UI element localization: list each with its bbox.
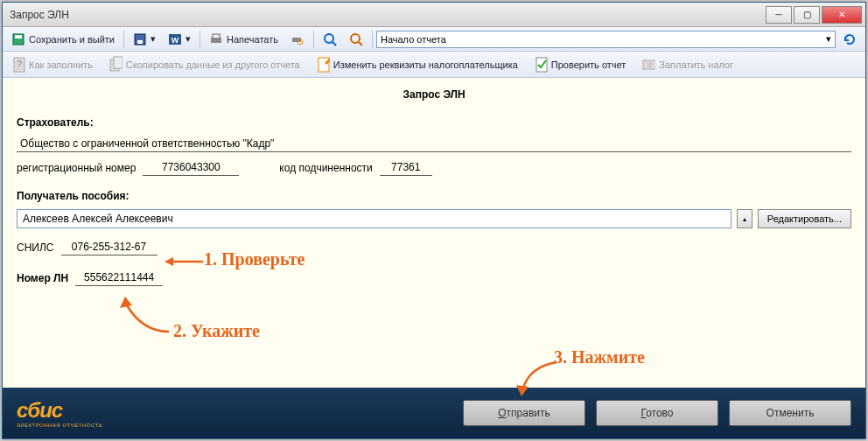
pay-tax-button: Заплатить налог xyxy=(636,54,738,75)
annotation-2: 2. Укажите xyxy=(173,321,260,341)
form-content: Запрос ЭЛН Страхователь: Общество с огра… xyxy=(3,78,865,388)
print-label: Напечатать xyxy=(227,34,278,45)
svg-rect-18 xyxy=(318,58,329,72)
titlebar: Запрос ЭЛН ─ ▢ ✕ xyxy=(3,3,865,27)
svg-marker-23 xyxy=(164,257,173,266)
reg-num-label: регистрационный номер xyxy=(17,162,136,174)
recipient-label: Получатель пособия: xyxy=(17,190,851,202)
svg-point-12 xyxy=(351,34,360,43)
word-icon: W xyxy=(168,32,182,46)
svg-line-13 xyxy=(359,42,362,46)
snils-label: СНИЛС xyxy=(17,242,54,254)
sub-code-field[interactable]: 77361 xyxy=(380,159,432,176)
zoom-out-button[interactable] xyxy=(344,29,368,50)
money-icon xyxy=(641,58,655,72)
svg-point-10 xyxy=(325,34,333,43)
edit-recipient-button[interactable]: Редактировать... xyxy=(758,209,851,228)
reg-num-field[interactable]: 7736043300 xyxy=(143,159,239,176)
save-exit-label: Сохранить и выйти xyxy=(29,34,115,45)
report-section-select[interactable]: Начало отчета ▾ xyxy=(376,31,836,48)
window-title: Запрос ЭЛН xyxy=(10,9,766,21)
svg-text:?: ? xyxy=(17,59,22,69)
snils-field[interactable]: 076-255-312-67 xyxy=(61,239,158,256)
logo-subtitle: ЭЛЕКТРОННАЯ ОТЧЕТНОСТЬ xyxy=(17,423,102,428)
printer-icon xyxy=(209,32,223,46)
arrow-2-icon xyxy=(116,297,173,336)
sub-code-label: код подчиненности xyxy=(279,162,372,174)
svg-rect-3 xyxy=(137,40,143,44)
copy-icon xyxy=(108,58,122,72)
copy-data-label: Скопировать данные из другого отчета xyxy=(126,60,300,70)
disk-button[interactable]: ▾ xyxy=(128,29,161,50)
svg-rect-17 xyxy=(114,57,122,68)
svg-point-21 xyxy=(648,62,653,67)
zoom-in-button[interactable] xyxy=(318,29,342,50)
report-section-label: Начало отчета xyxy=(381,34,446,45)
ln-number-field[interactable]: 555622111444 xyxy=(75,270,163,286)
form-title: Запрос ЭЛН xyxy=(17,88,851,101)
change-requisites-label: Изменить реквизиты налогоплательщика xyxy=(333,60,518,70)
print-button[interactable]: Напечатать xyxy=(204,29,284,50)
check-icon xyxy=(534,58,548,72)
svg-line-11 xyxy=(332,42,336,46)
print-search-icon xyxy=(290,32,304,46)
minimize-button[interactable]: ─ xyxy=(766,6,792,24)
svg-rect-7 xyxy=(213,34,220,38)
save-icon xyxy=(11,32,25,46)
insurer-name-field[interactable]: Общество с ограниченной ответственностью… xyxy=(17,136,851,152)
refresh-icon xyxy=(843,32,857,46)
help-icon: ? xyxy=(11,58,25,72)
floppy-icon xyxy=(133,32,147,46)
zoom-out-icon xyxy=(349,32,363,46)
footer: сбис ЭЛЕКТРОННАЯ ОТЧЕТНОСТЬ Отправить Го… xyxy=(3,388,865,438)
word-button[interactable]: W▾ xyxy=(163,29,196,50)
how-fill-label: Как заполнить xyxy=(29,60,93,70)
cancel-button[interactable]: Отменить xyxy=(729,400,851,426)
copy-data-button: Скопировать данные из другого отчета xyxy=(103,54,305,75)
window-controls: ─ ▢ ✕ xyxy=(766,6,862,24)
check-report-button[interactable]: Проверить отчет xyxy=(528,54,632,75)
print-preview-button[interactable] xyxy=(285,29,310,50)
svg-text:W: W xyxy=(172,36,179,45)
change-requisites-button[interactable]: Изменить реквизиты налогоплательщика xyxy=(311,54,523,75)
logo-text: сбис xyxy=(17,398,102,423)
how-fill-button: ? Как заполнить xyxy=(6,54,98,75)
save-exit-button[interactable]: Сохранить и выйти xyxy=(6,29,120,50)
recipient-name-input[interactable]: Алексеев Алексей Алексеевич xyxy=(17,209,732,228)
svg-rect-1 xyxy=(15,35,22,38)
chevron-down-icon: ▾ xyxy=(826,33,831,45)
annotation-3: 3. Нажмите xyxy=(554,347,645,368)
insurer-label: Страхователь: xyxy=(17,116,851,129)
svg-marker-24 xyxy=(120,297,132,308)
logo: сбис ЭЛЕКТРОННАЯ ОТЧЕТНОСТЬ xyxy=(17,398,102,428)
refresh-button[interactable] xyxy=(837,29,862,50)
check-report-label: Проверить отчет xyxy=(551,60,626,70)
maximize-button[interactable]: ▢ xyxy=(794,6,820,24)
toolbar-primary: Сохранить и выйти ▾ W▾ Напечатать Начало… xyxy=(3,27,865,52)
close-button[interactable]: ✕ xyxy=(822,6,862,24)
arrow-1-icon xyxy=(164,256,204,268)
recipient-dropdown-button[interactable]: ▴ xyxy=(737,209,752,228)
toolbar-secondary: ? Как заполнить Скопировать данные из др… xyxy=(3,52,865,78)
edit-doc-icon xyxy=(316,58,330,72)
send-button[interactable]: Отправить xyxy=(463,400,585,426)
ready-button[interactable]: Готово xyxy=(596,400,718,426)
zoom-in-icon xyxy=(323,32,337,46)
app-window: Запрос ЭЛН ─ ▢ ✕ Сохранить и выйти ▾ W▾ … xyxy=(2,2,866,439)
pay-tax-label: Заплатить налог xyxy=(659,60,733,70)
ln-label: Номер ЛН xyxy=(17,272,68,284)
